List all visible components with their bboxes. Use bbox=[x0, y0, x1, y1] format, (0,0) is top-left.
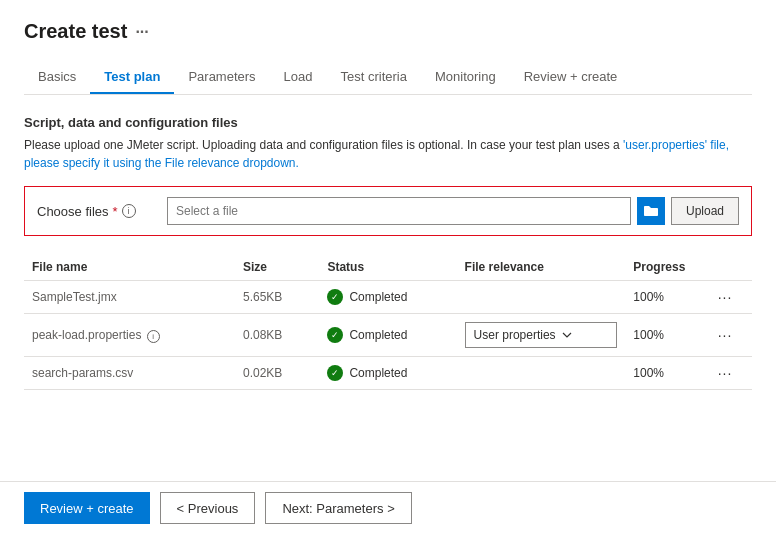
required-marker: * bbox=[113, 204, 118, 219]
file-status-cell: ✓ Completed bbox=[319, 314, 456, 357]
row-more-button[interactable]: ··· bbox=[718, 327, 733, 343]
progress-text: 100% bbox=[633, 328, 664, 342]
tab-load[interactable]: Load bbox=[270, 61, 327, 94]
status-check-icon: ✓ bbox=[327, 327, 343, 343]
page-title: Create test bbox=[24, 20, 127, 43]
col-header-progress: Progress bbox=[625, 254, 709, 281]
tabs-nav: Basics Test plan Parameters Load Test cr… bbox=[24, 61, 752, 95]
file-progress-cell: 100% bbox=[625, 281, 709, 314]
progress-text: 100% bbox=[633, 290, 664, 304]
file-size-text: 0.02KB bbox=[243, 366, 282, 380]
file-size-text: 5.65KB bbox=[243, 290, 282, 304]
status-cell-content: ✓ Completed bbox=[327, 365, 448, 381]
tab-basics[interactable]: Basics bbox=[24, 61, 90, 94]
row-more-button[interactable]: ··· bbox=[718, 289, 733, 305]
file-size-cell: 0.08KB bbox=[235, 314, 319, 357]
choose-files-info-icon[interactable]: i bbox=[122, 204, 136, 218]
file-progress-cell: 100% bbox=[625, 357, 709, 390]
status-text: Completed bbox=[349, 290, 407, 304]
tab-parameters[interactable]: Parameters bbox=[174, 61, 269, 94]
file-relevance-cell[interactable]: User properties bbox=[457, 314, 626, 357]
page-title-container: Create test ··· bbox=[24, 20, 752, 43]
file-size-cell: 5.65KB bbox=[235, 281, 319, 314]
tab-test-criteria[interactable]: Test criteria bbox=[327, 61, 421, 94]
file-name-cell: SampleTest.jmx bbox=[24, 281, 235, 314]
file-actions-cell: ··· bbox=[710, 357, 752, 390]
folder-icon bbox=[643, 205, 659, 217]
section-title: Script, data and configuration files bbox=[24, 115, 752, 130]
table-row: peak-load.properties i 0.08KB ✓ Complete… bbox=[24, 314, 752, 357]
relevance-dropdown[interactable]: User properties bbox=[465, 322, 618, 348]
chevron-down-icon bbox=[562, 332, 572, 338]
col-header-relevance: File relevance bbox=[457, 254, 626, 281]
tab-test-plan[interactable]: Test plan bbox=[90, 61, 174, 94]
col-header-actions bbox=[710, 254, 752, 281]
status-text: Completed bbox=[349, 328, 407, 342]
col-header-status: Status bbox=[319, 254, 456, 281]
col-header-filename: File name bbox=[24, 254, 235, 281]
tab-review-create[interactable]: Review + create bbox=[510, 61, 632, 94]
table-row: SampleTest.jmx 5.65KB ✓ Completed 100% ·… bbox=[24, 281, 752, 314]
file-input-wrapper: Upload bbox=[167, 197, 739, 225]
file-name-text: peak-load.properties bbox=[32, 328, 141, 342]
table-row: search-params.csv 0.02KB ✓ Completed 100… bbox=[24, 357, 752, 390]
file-select-input[interactable] bbox=[167, 197, 631, 225]
status-cell-content: ✓ Completed bbox=[327, 289, 448, 305]
file-info-icon[interactable]: i bbox=[147, 330, 160, 343]
section-desc-text1: Please upload one JMeter script. Uploadi… bbox=[24, 138, 623, 152]
review-create-button[interactable]: Review + create bbox=[24, 492, 150, 524]
file-actions-cell: ··· bbox=[710, 281, 752, 314]
file-size-text: 0.08KB bbox=[243, 328, 282, 342]
footer: Review + create < Previous Next: Paramet… bbox=[0, 481, 776, 534]
tab-monitoring[interactable]: Monitoring bbox=[421, 61, 510, 94]
previous-button[interactable]: < Previous bbox=[160, 492, 256, 524]
file-name-cell: search-params.csv bbox=[24, 357, 235, 390]
file-actions-cell: ··· bbox=[710, 314, 752, 357]
choose-files-text: Choose files bbox=[37, 204, 109, 219]
section-description: Please upload one JMeter script. Uploadi… bbox=[24, 136, 752, 172]
next-button[interactable]: Next: Parameters > bbox=[265, 492, 411, 524]
files-table: File name Size Status File relevance Pro… bbox=[24, 254, 752, 390]
status-check-icon: ✓ bbox=[327, 289, 343, 305]
status-cell-content: ✓ Completed bbox=[327, 327, 448, 343]
file-relevance-cell bbox=[457, 357, 626, 390]
upload-button[interactable]: Upload bbox=[671, 197, 739, 225]
choose-files-label: Choose files * i bbox=[37, 204, 157, 219]
file-name-text: search-params.csv bbox=[32, 366, 133, 380]
choose-files-box: Choose files * i Upload bbox=[24, 186, 752, 236]
table-header-row: File name Size Status File relevance Pro… bbox=[24, 254, 752, 281]
status-text: Completed bbox=[349, 366, 407, 380]
file-picker-button[interactable] bbox=[637, 197, 665, 225]
file-name-cell: peak-load.properties i bbox=[24, 314, 235, 357]
file-status-cell: ✓ Completed bbox=[319, 281, 456, 314]
relevance-value: User properties bbox=[474, 328, 556, 342]
col-header-size: Size bbox=[235, 254, 319, 281]
status-check-icon: ✓ bbox=[327, 365, 343, 381]
file-progress-cell: 100% bbox=[625, 314, 709, 357]
file-size-cell: 0.02KB bbox=[235, 357, 319, 390]
page-title-ellipsis[interactable]: ··· bbox=[135, 23, 148, 41]
progress-text: 100% bbox=[633, 366, 664, 380]
file-relevance-cell bbox=[457, 281, 626, 314]
file-name-text: SampleTest.jmx bbox=[32, 290, 117, 304]
row-more-button[interactable]: ··· bbox=[718, 365, 733, 381]
file-status-cell: ✓ Completed bbox=[319, 357, 456, 390]
